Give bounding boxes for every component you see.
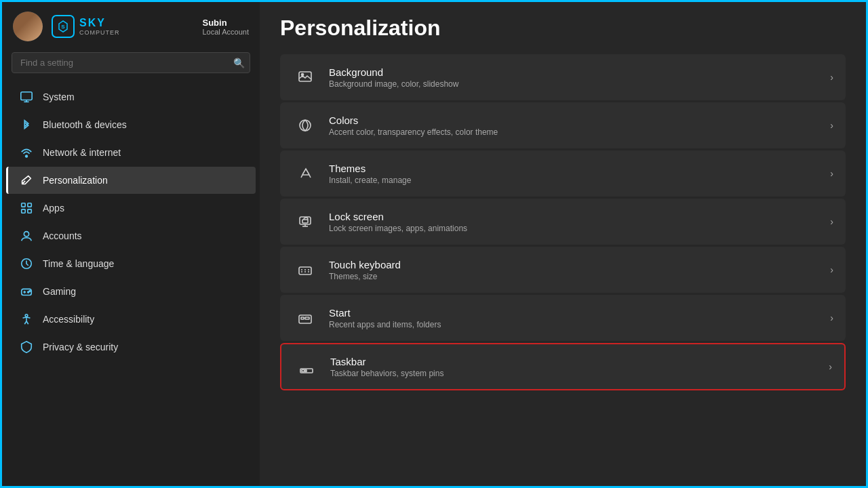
sidebar-item-personalization-label: Personalization (43, 175, 108, 186)
svg-point-15 (28, 291, 29, 293)
svg-rect-34 (305, 317, 309, 319)
svg-point-17 (25, 314, 28, 317)
settings-item-background-text: Background Background image, color, slid… (329, 66, 823, 89)
settings-item-taskbar-text: Taskbar Taskbar behaviors, system pins (330, 356, 822, 378)
sidebar-item-accounts[interactable]: Accounts (6, 222, 256, 249)
brand-sub: COMPUTER (79, 29, 120, 36)
svg-rect-25 (299, 267, 311, 274)
settings-item-themes-text: Themes Install, create, manage (329, 163, 823, 185)
gaming-icon (20, 285, 33, 298)
background-icon (292, 64, 318, 90)
settings-item-taskbar[interactable]: Taskbar Taskbar behaviors, system pins › (280, 343, 846, 390)
svg-rect-37 (305, 370, 307, 372)
settings-item-background[interactable]: Background Background image, color, slid… (280, 54, 846, 100)
svg-rect-6 (22, 203, 25, 207)
sidebar-item-system-label: System (43, 92, 75, 102)
user-info: Subin Local Account (203, 18, 250, 36)
chevron-icon: › (830, 120, 833, 131)
chevron-icon: › (830, 216, 833, 227)
user-sub: Local Account (203, 28, 250, 36)
sidebar-item-privacy-label: Privacy & security (43, 342, 118, 352)
svg-rect-2 (21, 92, 32, 100)
privacy-icon (20, 340, 33, 354)
settings-item-touchkeyboard[interactable]: Touch keyboard Themes, size › (280, 247, 846, 293)
settings-item-colors-title: Colors (329, 115, 823, 126)
svg-point-10 (24, 232, 28, 237)
settings-item-touchkeyboard-text: Touch keyboard Themes, size (329, 259, 823, 281)
svg-text:S: S (61, 24, 65, 30)
sidebar-item-apps[interactable]: Apps (6, 195, 256, 222)
themes-icon (292, 161, 318, 186)
settings-item-background-desc: Background image, color, slideshow (329, 79, 823, 89)
settings-item-background-title: Background (329, 66, 823, 78)
settings-item-start[interactable]: Start Recent apps and items, folders › (280, 295, 846, 341)
sidebar-item-time-label: Time & language (43, 258, 114, 269)
search-icon-button[interactable]: 🔍 (233, 58, 245, 68)
avatar-image (13, 12, 43, 41)
settings-list: Background Background image, color, slid… (280, 54, 846, 390)
sidebar-item-privacy[interactable]: Privacy & security (6, 333, 256, 361)
avatar (13, 12, 43, 41)
sidebar-item-network-label: Network & internet (43, 147, 121, 158)
sidebar-item-accounts-label: Accounts (43, 230, 82, 241)
chevron-icon: › (830, 72, 833, 83)
sidebar-header: S SKY COMPUTER Subin Local Account (2, 2, 260, 48)
svg-rect-33 (301, 317, 304, 319)
settings-item-colors-desc: Accent color, transparency effects, colo… (329, 127, 823, 137)
personalization-icon (20, 174, 33, 187)
chevron-icon: › (830, 168, 833, 179)
sidebar-item-personalization[interactable]: Personalization (6, 167, 256, 194)
settings-item-touchkeyboard-title: Touch keyboard (329, 259, 823, 270)
sidebar-item-gaming-label: Gaming (43, 286, 76, 297)
svg-rect-7 (28, 203, 31, 207)
settings-item-lockscreen-text: Lock screen Lock screen images, apps, an… (329, 211, 823, 233)
chevron-icon: › (830, 264, 833, 275)
settings-item-start-text: Start Recent apps and items, folders (329, 307, 823, 329)
settings-item-taskbar-title: Taskbar (330, 356, 822, 367)
svg-rect-36 (302, 370, 304, 372)
settings-item-lockscreen-title: Lock screen (329, 211, 823, 222)
svg-point-19 (302, 74, 304, 76)
sidebar-item-gaming[interactable]: Gaming (6, 278, 256, 305)
chevron-icon: › (830, 312, 833, 323)
sidebar-item-network[interactable]: Network & internet (6, 139, 256, 166)
brand-name: SKY (79, 17, 120, 29)
sidebar: S SKY COMPUTER Subin Local Account 🔍 (2, 2, 260, 486)
settings-item-start-title: Start (329, 307, 823, 319)
search-bar[interactable]: 🔍 (12, 52, 250, 73)
network-icon (20, 146, 33, 159)
sidebar-item-apps-label: Apps (43, 203, 64, 214)
sidebar-item-accessibility[interactable]: Accessibility (6, 306, 256, 333)
main-content: Personalization Background Background im… (260, 2, 866, 486)
sidebar-item-time[interactable]: Time & language (6, 250, 256, 277)
svg-rect-24 (302, 220, 308, 223)
settings-item-touchkeyboard-desc: Themes, size (329, 272, 823, 281)
settings-item-colors-text: Colors Accent color, transparency effect… (329, 115, 823, 137)
app-layout: S SKY COMPUTER Subin Local Account 🔍 (2, 2, 866, 486)
start-icon (292, 305, 318, 331)
svg-point-5 (26, 155, 28, 157)
taskbar-icon (294, 354, 319, 380)
sidebar-item-system[interactable]: System (6, 83, 256, 110)
settings-item-themes-title: Themes (329, 163, 823, 174)
accounts-icon (20, 229, 33, 243)
apps-icon (20, 201, 33, 215)
lockscreen-icon (292, 209, 318, 235)
accessibility-icon (20, 312, 33, 326)
settings-item-taskbar-desc: Taskbar behaviors, system pins (330, 369, 822, 378)
settings-item-start-desc: Recent apps and items, folders (329, 320, 823, 329)
sidebar-item-bluetooth[interactable]: Bluetooth & devices (6, 111, 256, 138)
settings-item-themes[interactable]: Themes Install, create, manage › (280, 150, 846, 197)
settings-item-lockscreen[interactable]: Lock screen Lock screen images, apps, an… (280, 199, 846, 245)
settings-item-lockscreen-desc: Lock screen images, apps, animations (329, 224, 823, 233)
colors-icon (292, 113, 318, 138)
system-icon (20, 90, 33, 104)
sidebar-nav: System Bluetooth & devices (2, 80, 260, 486)
user-name: Subin (203, 18, 250, 28)
time-icon (20, 257, 33, 270)
search-input[interactable] (12, 52, 250, 73)
svg-point-16 (29, 291, 31, 292)
touchkeyboard-icon (292, 257, 318, 283)
settings-item-colors[interactable]: Colors Accent color, transparency effect… (280, 102, 846, 148)
svg-rect-8 (22, 209, 25, 213)
